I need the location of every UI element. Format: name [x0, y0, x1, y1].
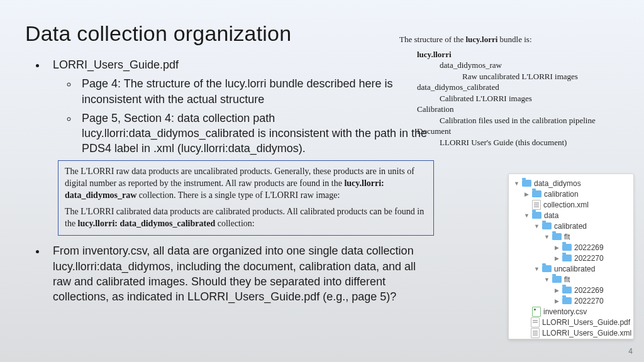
- excerpt-para-2: The L'LORRI calibrated data products are…: [65, 206, 427, 230]
- bundle-r4: Document: [399, 126, 632, 137]
- bundle-r3-desc: Calibration files used in the calibratio…: [399, 115, 632, 126]
- left-column: LORRI_Users_Guide.pdf Page 4: The struct…: [25, 57, 434, 308]
- csv-file-icon: [532, 307, 541, 317]
- folder-icon: [542, 265, 552, 272]
- folder-icon: [522, 180, 531, 187]
- bullet-1: LORRI_Users_Guide.pdf Page 4: The struct…: [47, 57, 434, 156]
- bundle-structure-snippet: The structure of the lucy.lorri bundle i…: [399, 34, 632, 148]
- tree-row-uncalibrated: ▼uncalibrated: [509, 263, 633, 274]
- tree-row-guide-xml: ▶LLORRI_Users_Guide.xml: [509, 327, 633, 338]
- disclosure-down-icon: ▼: [544, 277, 550, 283]
- disclosure-down-icon: ▼: [524, 212, 530, 219]
- bundle-r3: Calibration: [399, 104, 632, 115]
- disclosure-right-icon: ▶: [554, 255, 560, 261]
- tree-label: inventory.csv: [543, 307, 587, 316]
- folder-icon: [552, 233, 562, 240]
- excerpt-p2-bold: lucy.llorri: data_didymos_calibrated: [78, 219, 216, 228]
- spacer-icon: ▶: [524, 309, 530, 315]
- tree-label: uncalibrated: [554, 265, 595, 273]
- slide: Data collection organization LORRI_Users…: [0, 0, 644, 362]
- disclosure-down-icon: ▼: [534, 266, 540, 272]
- tree-row-flt-1: ▼flt: [509, 231, 633, 242]
- folder-icon: [532, 212, 541, 219]
- bundle-intro: The structure of the lucy.lorri bundle i…: [399, 34, 632, 45]
- tree-label: 2022270: [574, 297, 604, 305]
- bullet-1b: Page 5, Section 4: data collection path …: [78, 111, 434, 156]
- folder-icon: [562, 255, 572, 261]
- tree-label: LLORRI_Users_Guide.pdf: [542, 318, 630, 327]
- tree-label: data: [544, 211, 558, 220]
- sub-bullet-list: Page 4: The structure of the lucy.lorri …: [53, 76, 434, 156]
- excerpt-p1-post: collection. There is a single type of L'…: [136, 190, 340, 200]
- tree-row-calibration: ▶calibration: [509, 189, 633, 199]
- disclosure-down-icon: ▼: [534, 223, 540, 229]
- xml-file-icon: [531, 328, 540, 338]
- bundle-root: lucy.llorri: [417, 50, 452, 59]
- disclosure-right-icon: ▶: [554, 244, 560, 251]
- disclosure-down-icon: ▼: [544, 234, 550, 240]
- tree-row-2022270-2: ▶2022270: [509, 295, 633, 306]
- tree-row-calibrated: ▼calibrated: [509, 221, 633, 231]
- tree-row-inventory: ▶inventory.csv: [509, 306, 633, 317]
- bullet-1-text: LORRI_Users_Guide.pdf: [53, 58, 179, 71]
- tree-label: calibration: [544, 190, 579, 199]
- excerpt-p2-post: collection:: [215, 219, 255, 228]
- tree-label: collection.xml: [543, 200, 589, 209]
- disclosure-right-icon: ▶: [554, 298, 560, 304]
- bundle-r1-desc: Raw uncalibrated L'LORRI images: [399, 71, 632, 82]
- bullet-list-2: From inventory.csv, all data are organiz…: [25, 243, 418, 304]
- tree-label: LLORRI_Users_Guide.xml: [542, 329, 631, 337]
- tree-row-collection-xml: ▶collection.xml: [509, 199, 633, 210]
- folder-icon: [562, 297, 572, 304]
- tree-label: data_didymos: [534, 179, 581, 188]
- bundle-intro-post: bundle is:: [497, 35, 531, 44]
- tree-label: 2022269: [574, 243, 604, 252]
- folder-icon: [532, 190, 541, 197]
- tree-label: 2022269: [574, 286, 604, 295]
- folder-icon: [542, 222, 552, 229]
- folder-icon: [562, 244, 572, 251]
- tree-label: calibrated: [554, 222, 587, 231]
- disclosure-right-icon: ▶: [524, 191, 530, 197]
- bundle-r2-desc: Calibrated L'LORRI images: [399, 93, 632, 104]
- bundle-r1: data_didymos_raw: [399, 60, 632, 71]
- tree-row-2022269-2: ▶2022269: [509, 285, 633, 295]
- spacer-icon: ▶: [524, 319, 528, 326]
- tree-row-2022270-1: ▶2022270: [509, 253, 633, 263]
- tree-label: 2022270: [574, 254, 604, 263]
- bullet-1a: Page 4: The structure of the lucy.lorri …: [78, 76, 434, 107]
- disclosure-down-icon: ▼: [514, 180, 519, 187]
- bundle-intro-bold: lucy.lorri: [465, 35, 497, 44]
- pdf-file-icon: [531, 317, 540, 327]
- folder-icon: [552, 276, 562, 283]
- excerpt-para-1: The L'LORRI raw data products are uncali…: [65, 166, 427, 202]
- tree-row-data: ▼data: [509, 210, 633, 221]
- doc-excerpt-box: The L'LORRI raw data products are uncali…: [58, 160, 434, 236]
- bullet-2: From inventory.csv, all data are organiz…: [47, 243, 418, 304]
- folder-icon: [562, 287, 572, 293]
- disclosure-right-icon: ▶: [554, 287, 560, 293]
- tree-label: flt: [564, 233, 570, 241]
- spacer-icon: ▶: [524, 330, 528, 336]
- bullet-list: LORRI_Users_Guide.pdf Page 4: The struct…: [25, 57, 434, 156]
- spacer-icon: ▶: [524, 202, 530, 208]
- tree-row-guide-pdf: ▶LLORRI_Users_Guide.pdf: [509, 317, 633, 327]
- bundle-r4-desc: LLORRI User's Guide (this document): [399, 137, 632, 148]
- tree-row-data_didymos: ▼data_didymos: [509, 178, 633, 189]
- xml-file-icon: [532, 200, 541, 210]
- bundle-intro-pre: The structure of the: [399, 35, 465, 44]
- file-tree-panel: ▼data_didymos ▶calibration ▶collection.x…: [508, 173, 634, 339]
- page-number: 4: [628, 347, 633, 356]
- tree-label: flt: [564, 275, 570, 284]
- tree-row-flt-2: ▼flt: [509, 274, 633, 285]
- bundle-r2: data_didymos_calibrated: [399, 82, 632, 93]
- tree-row-2022269-1: ▶2022269: [509, 242, 633, 253]
